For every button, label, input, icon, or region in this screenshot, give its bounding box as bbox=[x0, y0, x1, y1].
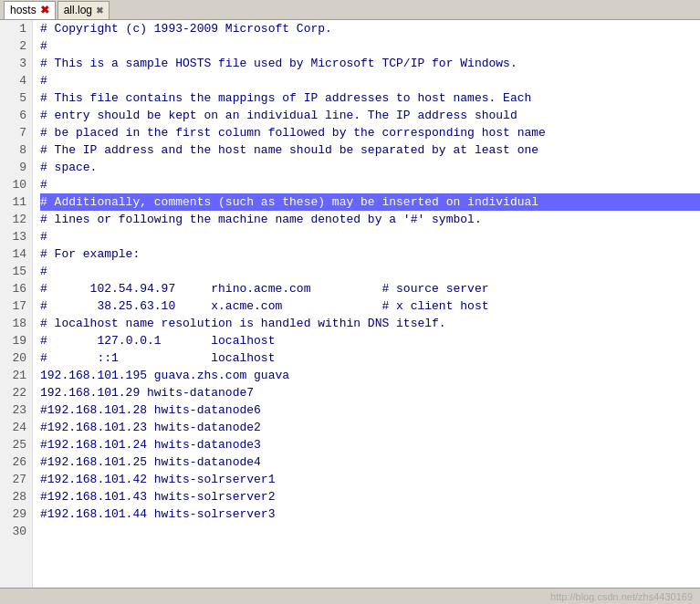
code-line: #192.168.101.43 hwits-solrserver2 bbox=[40, 488, 700, 505]
code-line: # bbox=[40, 263, 700, 280]
code-line: #192.168.101.24 hwits-datanode3 bbox=[40, 436, 700, 453]
line-number: 30 bbox=[0, 523, 32, 540]
code-line: # bbox=[40, 72, 700, 89]
line-number: 7 bbox=[0, 124, 32, 141]
line-number: 3 bbox=[0, 55, 32, 72]
code-line: #192.168.101.28 hwits-datanode6 bbox=[40, 401, 700, 419]
line-number: 25 bbox=[0, 436, 32, 453]
code-line: # Copyright (c) 1993-2009 Microsoft Corp… bbox=[40, 20, 700, 37]
line-number: 14 bbox=[0, 245, 32, 263]
code-line: 192.168.101.29 hwits-datanode7 bbox=[40, 384, 700, 401]
line-number: 16 bbox=[0, 280, 32, 297]
code-line: # For example: bbox=[40, 245, 700, 263]
code-line: # be placed in the first column followed… bbox=[40, 124, 700, 141]
title-bar: hosts ✖ all.log ✖ bbox=[0, 0, 700, 20]
line-number: 8 bbox=[0, 141, 32, 159]
line-number: 5 bbox=[0, 89, 32, 107]
line-number: 15 bbox=[0, 263, 32, 280]
code-line: # localhost name resolution is handled w… bbox=[40, 315, 700, 332]
code-line: # 102.54.94.97 rhino.acme.com # source s… bbox=[40, 280, 700, 297]
line-number: 28 bbox=[0, 488, 32, 505]
line-number: 11 bbox=[0, 193, 32, 211]
line-number: 10 bbox=[0, 176, 32, 193]
line-number: 22 bbox=[0, 384, 32, 401]
editor-area: 1234567891011121314151617181920212223242… bbox=[0, 20, 700, 588]
tab-alllog-close-icon[interactable]: ✖ bbox=[96, 5, 103, 16]
code-line: #192.168.101.42 hwits-solrserver1 bbox=[40, 471, 700, 488]
line-number: 2 bbox=[0, 37, 32, 55]
line-number: 29 bbox=[0, 505, 32, 523]
code-line: #192.168.101.25 hwits-datanode4 bbox=[40, 453, 700, 471]
code-line: # This is a sample HOSTS file used by Mi… bbox=[40, 55, 700, 72]
tab-alllog-label: all.log bbox=[64, 4, 92, 16]
tab-hosts[interactable]: hosts ✖ bbox=[4, 1, 56, 19]
code-line: # 127.0.0.1 localhost bbox=[40, 332, 700, 349]
line-number: 6 bbox=[0, 107, 32, 124]
code-line: # The IP address and the host name shoul… bbox=[40, 141, 700, 159]
line-number: 17 bbox=[0, 297, 32, 315]
line-number: 1 bbox=[0, 20, 32, 37]
code-line bbox=[40, 523, 700, 540]
tab-hosts-modified-icon: ✖ bbox=[40, 4, 49, 16]
code-line: # lines or following the machine name de… bbox=[40, 211, 700, 228]
code-line: #192.168.101.44 hwits-solrserver3 bbox=[40, 505, 700, 523]
status-bar: http://blog.csdn.net/zhs4430169 bbox=[0, 588, 700, 604]
code-line: # bbox=[40, 37, 700, 55]
line-numbers: 1234567891011121314151617181920212223242… bbox=[0, 20, 33, 588]
code-line: # ::1 localhost bbox=[40, 349, 700, 367]
code-line: # This file contains the mappings of IP … bbox=[40, 89, 700, 107]
line-number: 19 bbox=[0, 332, 32, 349]
code-container: 1234567891011121314151617181920212223242… bbox=[0, 20, 700, 588]
line-number: 18 bbox=[0, 315, 32, 332]
code-line: # bbox=[40, 176, 700, 193]
tab-hosts-label: hosts bbox=[10, 4, 37, 16]
code-line: # bbox=[40, 228, 700, 245]
line-number: 21 bbox=[0, 367, 32, 384]
code-line: # 38.25.63.10 x.acme.com # x client host bbox=[40, 297, 700, 315]
code-line: # entry should be kept on an individual … bbox=[40, 107, 700, 124]
line-number: 26 bbox=[0, 453, 32, 471]
line-number: 27 bbox=[0, 471, 32, 488]
code-line: 192.168.101.195 guava.zhs.com guava bbox=[40, 367, 700, 384]
line-number: 20 bbox=[0, 349, 32, 367]
watermark: http://blog.csdn.net/zhs4430169 bbox=[550, 591, 693, 602]
code-line: # space. bbox=[40, 159, 700, 176]
line-number: 24 bbox=[0, 419, 32, 436]
line-number: 9 bbox=[0, 159, 32, 176]
line-number: 4 bbox=[0, 72, 32, 89]
code-line: # Additionally, comments (such as these)… bbox=[40, 193, 700, 211]
tab-alllog[interactable]: all.log ✖ bbox=[57, 1, 110, 19]
code-lines[interactable]: # Copyright (c) 1993-2009 Microsoft Corp… bbox=[33, 20, 700, 588]
line-number: 13 bbox=[0, 228, 32, 245]
line-number: 12 bbox=[0, 211, 32, 228]
code-line: #192.168.101.23 hwits-datanode2 bbox=[40, 419, 700, 436]
line-number: 23 bbox=[0, 401, 32, 419]
